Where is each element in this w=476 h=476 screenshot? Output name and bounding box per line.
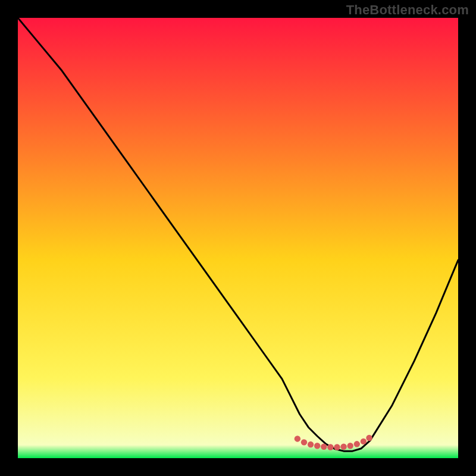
optimal-marker-dot [361,439,367,444]
optimal-marker-dot [334,444,340,450]
optimal-marker-dot [347,443,353,449]
gradient-background [18,18,458,458]
optimal-marker-dot [308,441,314,447]
optimal-marker-dot [340,444,346,450]
optimal-marker-dot [366,435,372,441]
optimal-marker-dot [354,441,360,447]
optimal-marker-dot [301,439,307,445]
optimal-marker-dot [321,444,327,450]
optimal-marker-dot [295,436,300,441]
optimal-marker-dot [327,444,333,450]
watermark-text: TheBottleneck.com [346,2,469,18]
chart-frame: TheBottleneck.com [0,0,476,476]
chart-svg [18,18,458,458]
optimal-marker-dot [314,443,320,449]
plot-area [18,18,458,458]
